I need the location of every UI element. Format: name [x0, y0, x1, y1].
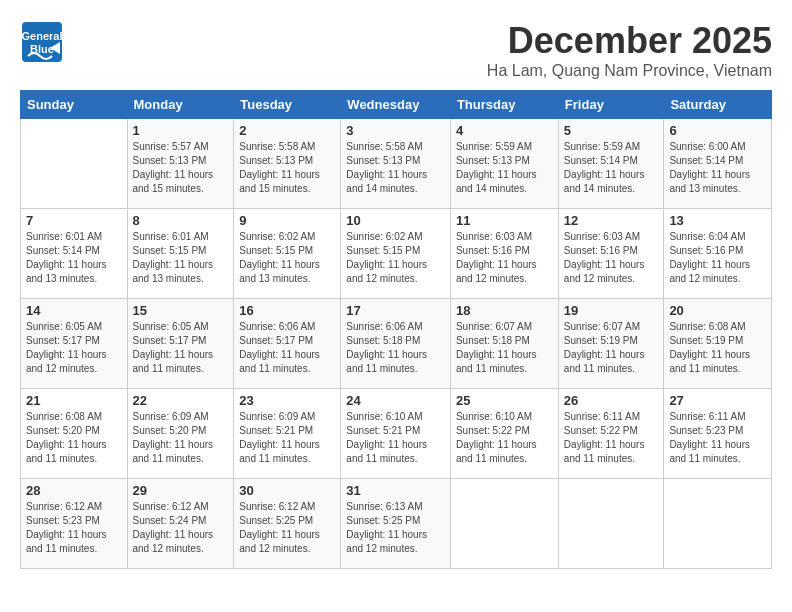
day-number: 25 — [456, 393, 553, 408]
day-info: Sunrise: 6:10 AM Sunset: 5:21 PM Dayligh… — [346, 410, 445, 466]
calendar-cell: 11Sunrise: 6:03 AM Sunset: 5:16 PM Dayli… — [450, 209, 558, 299]
day-info: Sunrise: 6:13 AM Sunset: 5:25 PM Dayligh… — [346, 500, 445, 556]
calendar-week-row: 7Sunrise: 6:01 AM Sunset: 5:14 PM Daylig… — [21, 209, 772, 299]
title-block: December 2025 Ha Lam, Quang Nam Province… — [487, 20, 772, 80]
calendar-cell: 26Sunrise: 6:11 AM Sunset: 5:22 PM Dayli… — [558, 389, 664, 479]
day-number: 7 — [26, 213, 122, 228]
day-info: Sunrise: 6:03 AM Sunset: 5:16 PM Dayligh… — [564, 230, 659, 286]
calendar-cell: 5Sunrise: 5:59 AM Sunset: 5:14 PM Daylig… — [558, 119, 664, 209]
calendar-cell: 9Sunrise: 6:02 AM Sunset: 5:15 PM Daylig… — [234, 209, 341, 299]
location-subtitle: Ha Lam, Quang Nam Province, Vietnam — [487, 62, 772, 80]
day-info: Sunrise: 6:03 AM Sunset: 5:16 PM Dayligh… — [456, 230, 553, 286]
day-info: Sunrise: 6:07 AM Sunset: 5:18 PM Dayligh… — [456, 320, 553, 376]
calendar-cell: 28Sunrise: 6:12 AM Sunset: 5:23 PM Dayli… — [21, 479, 128, 569]
calendar-cell: 7Sunrise: 6:01 AM Sunset: 5:14 PM Daylig… — [21, 209, 128, 299]
calendar-cell: 2Sunrise: 5:58 AM Sunset: 5:13 PM Daylig… — [234, 119, 341, 209]
calendar-cell: 16Sunrise: 6:06 AM Sunset: 5:17 PM Dayli… — [234, 299, 341, 389]
calendar-cell: 1Sunrise: 5:57 AM Sunset: 5:13 PM Daylig… — [127, 119, 234, 209]
calendar-cell: 18Sunrise: 6:07 AM Sunset: 5:18 PM Dayli… — [450, 299, 558, 389]
day-info: Sunrise: 6:08 AM Sunset: 5:19 PM Dayligh… — [669, 320, 766, 376]
day-info: Sunrise: 6:05 AM Sunset: 5:17 PM Dayligh… — [26, 320, 122, 376]
day-number: 30 — [239, 483, 335, 498]
day-number: 13 — [669, 213, 766, 228]
day-info: Sunrise: 6:10 AM Sunset: 5:22 PM Dayligh… — [456, 410, 553, 466]
day-info: Sunrise: 6:09 AM Sunset: 5:21 PM Dayligh… — [239, 410, 335, 466]
day-number: 3 — [346, 123, 445, 138]
month-title: December 2025 — [487, 20, 772, 62]
calendar-cell: 8Sunrise: 6:01 AM Sunset: 5:15 PM Daylig… — [127, 209, 234, 299]
calendar-cell — [450, 479, 558, 569]
calendar-week-row: 21Sunrise: 6:08 AM Sunset: 5:20 PM Dayli… — [21, 389, 772, 479]
calendar-cell: 12Sunrise: 6:03 AM Sunset: 5:16 PM Dayli… — [558, 209, 664, 299]
day-number: 21 — [26, 393, 122, 408]
calendar-cell: 20Sunrise: 6:08 AM Sunset: 5:19 PM Dayli… — [664, 299, 772, 389]
day-number: 1 — [133, 123, 229, 138]
day-info: Sunrise: 6:09 AM Sunset: 5:20 PM Dayligh… — [133, 410, 229, 466]
svg-text:General: General — [22, 30, 63, 42]
calendar-cell: 25Sunrise: 6:10 AM Sunset: 5:22 PM Dayli… — [450, 389, 558, 479]
day-info: Sunrise: 6:07 AM Sunset: 5:19 PM Dayligh… — [564, 320, 659, 376]
calendar-cell: 14Sunrise: 6:05 AM Sunset: 5:17 PM Dayli… — [21, 299, 128, 389]
day-info: Sunrise: 6:06 AM Sunset: 5:18 PM Dayligh… — [346, 320, 445, 376]
day-info: Sunrise: 5:59 AM Sunset: 5:13 PM Dayligh… — [456, 140, 553, 196]
day-info: Sunrise: 6:00 AM Sunset: 5:14 PM Dayligh… — [669, 140, 766, 196]
calendar-week-row: 14Sunrise: 6:05 AM Sunset: 5:17 PM Dayli… — [21, 299, 772, 389]
day-number: 17 — [346, 303, 445, 318]
weekday-header-row: SundayMondayTuesdayWednesdayThursdayFrid… — [21, 91, 772, 119]
logo-icon: General Blue — [20, 20, 64, 64]
day-number: 22 — [133, 393, 229, 408]
day-number: 4 — [456, 123, 553, 138]
day-info: Sunrise: 5:57 AM Sunset: 5:13 PM Dayligh… — [133, 140, 229, 196]
calendar-cell: 10Sunrise: 6:02 AM Sunset: 5:15 PM Dayli… — [341, 209, 451, 299]
day-number: 23 — [239, 393, 335, 408]
calendar-cell — [21, 119, 128, 209]
day-info: Sunrise: 6:01 AM Sunset: 5:15 PM Dayligh… — [133, 230, 229, 286]
weekday-header-wednesday: Wednesday — [341, 91, 451, 119]
calendar-cell: 13Sunrise: 6:04 AM Sunset: 5:16 PM Dayli… — [664, 209, 772, 299]
day-info: Sunrise: 6:12 AM Sunset: 5:25 PM Dayligh… — [239, 500, 335, 556]
calendar-cell — [664, 479, 772, 569]
calendar-cell: 22Sunrise: 6:09 AM Sunset: 5:20 PM Dayli… — [127, 389, 234, 479]
day-info: Sunrise: 6:04 AM Sunset: 5:16 PM Dayligh… — [669, 230, 766, 286]
weekday-header-tuesday: Tuesday — [234, 91, 341, 119]
calendar-cell: 3Sunrise: 5:58 AM Sunset: 5:13 PM Daylig… — [341, 119, 451, 209]
day-info: Sunrise: 5:58 AM Sunset: 5:13 PM Dayligh… — [239, 140, 335, 196]
day-number: 8 — [133, 213, 229, 228]
calendar-cell: 17Sunrise: 6:06 AM Sunset: 5:18 PM Dayli… — [341, 299, 451, 389]
calendar-cell: 27Sunrise: 6:11 AM Sunset: 5:23 PM Dayli… — [664, 389, 772, 479]
day-info: Sunrise: 5:59 AM Sunset: 5:14 PM Dayligh… — [564, 140, 659, 196]
day-info: Sunrise: 6:12 AM Sunset: 5:24 PM Dayligh… — [133, 500, 229, 556]
day-info: Sunrise: 6:12 AM Sunset: 5:23 PM Dayligh… — [26, 500, 122, 556]
day-number: 29 — [133, 483, 229, 498]
day-number: 18 — [456, 303, 553, 318]
calendar-cell: 24Sunrise: 6:10 AM Sunset: 5:21 PM Dayli… — [341, 389, 451, 479]
day-number: 19 — [564, 303, 659, 318]
calendar-cell: 15Sunrise: 6:05 AM Sunset: 5:17 PM Dayli… — [127, 299, 234, 389]
logo: General Blue — [20, 20, 68, 64]
page-header: General Blue December 2025 Ha Lam, Quang… — [20, 20, 772, 80]
day-info: Sunrise: 6:06 AM Sunset: 5:17 PM Dayligh… — [239, 320, 335, 376]
calendar-cell: 23Sunrise: 6:09 AM Sunset: 5:21 PM Dayli… — [234, 389, 341, 479]
day-info: Sunrise: 6:02 AM Sunset: 5:15 PM Dayligh… — [346, 230, 445, 286]
day-info: Sunrise: 6:11 AM Sunset: 5:22 PM Dayligh… — [564, 410, 659, 466]
calendar-cell — [558, 479, 664, 569]
day-number: 28 — [26, 483, 122, 498]
calendar-cell: 29Sunrise: 6:12 AM Sunset: 5:24 PM Dayli… — [127, 479, 234, 569]
calendar-week-row: 28Sunrise: 6:12 AM Sunset: 5:23 PM Dayli… — [21, 479, 772, 569]
weekday-header-sunday: Sunday — [21, 91, 128, 119]
day-number: 5 — [564, 123, 659, 138]
day-number: 20 — [669, 303, 766, 318]
day-info: Sunrise: 6:08 AM Sunset: 5:20 PM Dayligh… — [26, 410, 122, 466]
weekday-header-monday: Monday — [127, 91, 234, 119]
day-info: Sunrise: 5:58 AM Sunset: 5:13 PM Dayligh… — [346, 140, 445, 196]
day-number: 6 — [669, 123, 766, 138]
weekday-header-saturday: Saturday — [664, 91, 772, 119]
day-info: Sunrise: 6:02 AM Sunset: 5:15 PM Dayligh… — [239, 230, 335, 286]
calendar-table: SundayMondayTuesdayWednesdayThursdayFrid… — [20, 90, 772, 569]
day-number: 26 — [564, 393, 659, 408]
day-number: 10 — [346, 213, 445, 228]
day-info: Sunrise: 6:01 AM Sunset: 5:14 PM Dayligh… — [26, 230, 122, 286]
calendar-cell: 6Sunrise: 6:00 AM Sunset: 5:14 PM Daylig… — [664, 119, 772, 209]
weekday-header-friday: Friday — [558, 91, 664, 119]
day-number: 15 — [133, 303, 229, 318]
